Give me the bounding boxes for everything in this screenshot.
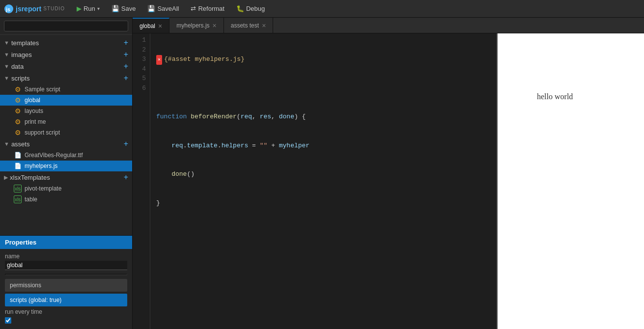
preview-panel: hello world bbox=[497, 33, 644, 329]
asset-label-myhelpers: myhelpers.js bbox=[25, 163, 57, 169]
code-line-1: ✕{#asset myhelpers.js} bbox=[156, 55, 491, 64]
data-add-button[interactable]: + bbox=[124, 62, 128, 70]
xlsx-file-icon: xls bbox=[14, 185, 22, 192]
xlsx-item-table[interactable]: xls table bbox=[0, 194, 132, 205]
run-button[interactable]: ▶ Run ▾ bbox=[72, 3, 105, 14]
error-marker-1[interactable]: ✕ bbox=[156, 55, 162, 65]
code-lines: ✕{#asset myhelpers.js} function beforeRe… bbox=[150, 33, 497, 329]
xlsx-label: xlsxTemplates bbox=[10, 174, 50, 181]
run-every-time-checkbox[interactable] bbox=[5, 317, 11, 324]
svg-text:js: js bbox=[5, 6, 10, 12]
tab-myhelpers-label: myhelpers.js bbox=[176, 22, 209, 29]
gear-icon: ⚙ bbox=[14, 96, 22, 104]
script-item-printme[interactable]: ⚙ print me bbox=[0, 116, 132, 127]
code-line-6: } bbox=[156, 198, 491, 208]
gear-icon: ⚙ bbox=[14, 85, 22, 93]
tab-assetstest-label: assets test bbox=[231, 22, 259, 29]
run-every-time-label: run every time bbox=[5, 308, 127, 315]
tab-assets-test[interactable]: assets test × bbox=[224, 18, 274, 33]
reformat-label: Reformat bbox=[198, 5, 224, 12]
scripts-add-button[interactable]: + bbox=[124, 74, 128, 82]
name-input[interactable] bbox=[5, 261, 127, 270]
properties-body: name permissions scripts (global: true) … bbox=[0, 249, 132, 329]
search-input[interactable] bbox=[4, 21, 128, 31]
templates-add-button[interactable]: + bbox=[124, 39, 128, 47]
save-label: Save bbox=[121, 5, 136, 12]
section-templates-header[interactable]: ▼ templates + bbox=[0, 37, 132, 49]
section-xlsx-header[interactable]: ▶ xlsxTemplates + bbox=[0, 171, 132, 183]
tab-global[interactable]: global × bbox=[133, 18, 169, 33]
images-arrow: ▼ bbox=[4, 52, 9, 57]
script-item-support[interactable]: ⚙ support script bbox=[0, 127, 132, 138]
sidebar-search-area bbox=[0, 18, 132, 35]
permissions-button[interactable]: permissions bbox=[5, 279, 127, 292]
logo-studio: STUDIO bbox=[43, 6, 65, 11]
properties-title: Properties bbox=[5, 239, 36, 246]
section-assets-header[interactable]: ▼ assets + bbox=[0, 138, 132, 150]
logo-jsreport: jsreport bbox=[16, 5, 41, 13]
save-button[interactable]: 💾 Save bbox=[107, 3, 141, 14]
scripts-arrow: ▼ bbox=[4, 75, 9, 81]
section-images: ▼ images + bbox=[0, 49, 132, 60]
scripts-section-button[interactable]: scripts (global: true) bbox=[5, 294, 127, 306]
section-images-header[interactable]: ▼ images + bbox=[0, 49, 132, 60]
code-line-3: function beforeRender(req, res, done) { bbox=[156, 112, 491, 122]
tab-myhelpers-close[interactable]: × bbox=[213, 22, 217, 29]
debug-button[interactable]: 🐛 Debug bbox=[231, 3, 270, 14]
logo: js jsreport STUDIO bbox=[4, 4, 65, 14]
script-label-printme: print me bbox=[25, 118, 46, 125]
tabs-bar: global × myhelpers.js × assets test × bbox=[133, 18, 644, 33]
debug-label: Debug bbox=[246, 5, 265, 12]
xlsx-item-pivot[interactable]: xls pivot-template bbox=[0, 183, 132, 194]
script-item-sample[interactable]: ⚙ Sample script bbox=[0, 84, 132, 95]
toolbar: js jsreport STUDIO ▶ Run ▾ 💾 Save 💾 Save… bbox=[0, 0, 644, 18]
scripts-label: scripts bbox=[11, 75, 30, 82]
data-label: data bbox=[11, 63, 24, 70]
templates-label: templates bbox=[11, 39, 39, 47]
gear-icon: ⚙ bbox=[14, 107, 22, 115]
run-icon: ▶ bbox=[77, 5, 82, 12]
asset-item-greatvibes[interactable]: 📄 GreatVibes-Regular.ttf bbox=[0, 150, 132, 161]
assets-arrow: ▼ bbox=[4, 141, 9, 147]
file-icon: 📄 bbox=[14, 151, 22, 159]
gear-icon: ⚙ bbox=[14, 118, 22, 126]
line-num-3: 3 bbox=[133, 55, 146, 64]
tab-global-label: global bbox=[140, 23, 155, 29]
script-label-global: global bbox=[25, 97, 40, 104]
properties-header: Properties bbox=[0, 236, 132, 249]
section-templates: ▼ templates + bbox=[0, 37, 132, 49]
gear-icon: ⚙ bbox=[14, 129, 22, 137]
run-dropdown-arrow: ▾ bbox=[97, 6, 100, 11]
script-label-support: support script bbox=[25, 129, 60, 136]
script-item-global[interactable]: ⚙ global bbox=[0, 95, 132, 106]
xlsx-file-icon: xls bbox=[14, 195, 22, 203]
properties-panel: Properties name permissions scripts (glo… bbox=[0, 235, 132, 329]
line-num-1: 1 bbox=[133, 35, 146, 45]
assets-label: assets bbox=[11, 140, 30, 148]
asset-item-myhelpers[interactable]: 📄 myhelpers.js bbox=[0, 161, 132, 171]
line-numbers: 1 2 3 4 5 6 bbox=[133, 33, 150, 329]
images-label: images bbox=[11, 51, 32, 58]
images-add-button[interactable]: + bbox=[124, 51, 128, 58]
section-scripts-header[interactable]: ▼ scripts + bbox=[0, 72, 132, 84]
reformat-button[interactable]: ⇄ Reformat bbox=[186, 3, 229, 14]
templates-arrow: ▼ bbox=[4, 40, 9, 46]
section-scripts: ▼ scripts + ⚙ Sample script ⚙ global ⚙ l… bbox=[0, 72, 132, 138]
saveall-button[interactable]: 💾 SaveAll bbox=[142, 3, 184, 14]
editor-area: global × myhelpers.js × assets test × 1 … bbox=[133, 18, 644, 329]
tab-myhelpers[interactable]: myhelpers.js × bbox=[169, 18, 224, 33]
run-label: Run bbox=[84, 5, 95, 12]
data-arrow: ▼ bbox=[4, 63, 9, 69]
xlsx-label-pivot: pivot-template bbox=[25, 185, 61, 192]
line-num-4: 4 bbox=[133, 64, 146, 74]
xlsx-label-table: table bbox=[25, 196, 37, 203]
section-data-header[interactable]: ▼ data + bbox=[0, 60, 132, 72]
logo-icon: js bbox=[4, 4, 14, 14]
tab-assetstest-close[interactable]: × bbox=[262, 22, 266, 29]
tab-global-close[interactable]: × bbox=[158, 23, 162, 29]
assets-add-button[interactable]: + bbox=[124, 140, 128, 148]
code-editor[interactable]: 1 2 3 4 5 6 ✕{#asset myhelpers.js} funct… bbox=[133, 33, 497, 329]
preview-hello-world: hello world bbox=[537, 92, 573, 101]
xlsx-add-button[interactable]: + bbox=[124, 173, 128, 181]
script-item-layouts[interactable]: ⚙ layouts bbox=[0, 106, 132, 116]
